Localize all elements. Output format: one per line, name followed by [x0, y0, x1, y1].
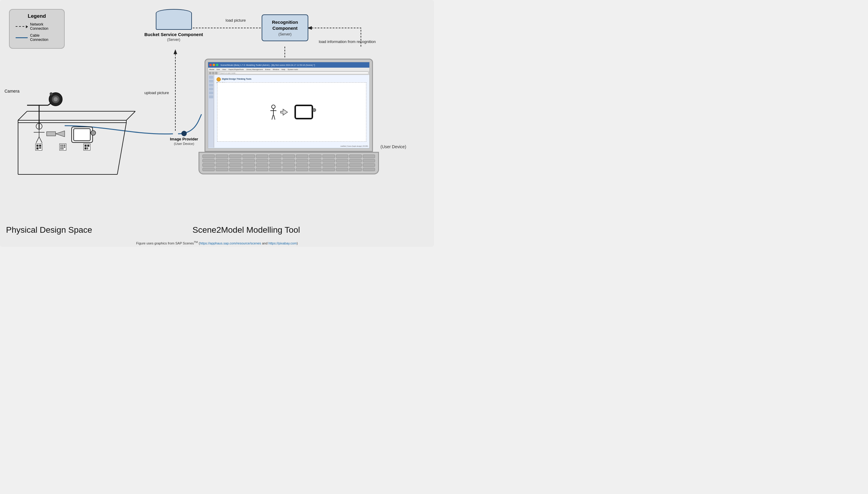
legend-cable-label: Cable Connection: [30, 33, 58, 42]
keyboard-key: [242, 159, 255, 163]
svg-line-15: [18, 111, 27, 120]
recognition-label: Recognition Component: [268, 19, 302, 31]
keyboard-key: [349, 159, 361, 163]
svg-rect-31: [36, 147, 38, 149]
svg-rect-25: [74, 129, 90, 141]
laptop-keyboard: // Generate keys via JS after DOMContent…: [199, 152, 379, 174]
keyboard-key: [336, 163, 348, 167]
svg-rect-35: [62, 145, 63, 146]
svg-rect-46: [87, 147, 88, 149]
svg-rect-11: [18, 120, 126, 123]
keyboard-key: [322, 163, 335, 167]
svg-point-9: [54, 97, 58, 101]
keyboard-key: [216, 163, 228, 167]
keyboard-key: [256, 168, 268, 171]
physical-design-space-label: Physical Design Space: [6, 225, 92, 235]
keyboard-key: [216, 159, 228, 163]
keyboard-key: [336, 168, 348, 171]
svg-rect-44: [87, 145, 89, 147]
keyboard-key: [242, 154, 255, 158]
load-picture-label: load picture: [226, 18, 246, 22]
close-dot: [209, 64, 212, 66]
svg-marker-47: [281, 109, 287, 115]
footer-connector: and: [262, 242, 267, 245]
svg-rect-36: [64, 145, 65, 146]
svg-line-12: [117, 123, 126, 174]
maximize-dot: [216, 64, 218, 66]
svg-rect-30: [39, 145, 41, 147]
screen-title: Scene2Model (Beta) 1.7.0: Modelling Tool…: [221, 64, 315, 66]
bucket-label: Bucket Service Component: [144, 32, 203, 38]
svg-line-21: [36, 137, 39, 143]
bucket-sublabel: (Server): [167, 38, 180, 42]
svg-line-16: [126, 111, 135, 120]
keyboard-key: [349, 163, 361, 167]
keyboard-key: [242, 168, 255, 171]
svg-rect-39: [64, 147, 65, 148]
screen-canvas: [217, 82, 366, 141]
image-provider-dot: [181, 131, 187, 136]
cable-connection-icon: [16, 37, 28, 38]
screen-sidebar: [208, 75, 214, 148]
keyboard-key: [336, 154, 348, 158]
keyboard-key: [309, 154, 322, 158]
footer-tm: TM: [194, 241, 198, 244]
keyboard-key: [269, 163, 282, 167]
keyboard-key: [203, 154, 215, 158]
svg-rect-37: [60, 147, 62, 148]
laptop-screen-inner: Scene2Model (Beta) 1.7.0: Modelling Tool…: [208, 62, 370, 149]
upload-picture-label: upload picture: [144, 90, 169, 96]
bucket-label-text: Bucket Service Component: [144, 32, 203, 37]
legend-network-label: Network Connection: [30, 22, 58, 31]
scene2model-label: Scene2Model Modelling Tool: [192, 225, 300, 235]
legend-box: Legend Network Connection Cable Connecti…: [9, 9, 65, 49]
keyboard-key: [309, 159, 322, 163]
svg-point-27: [91, 131, 96, 135]
keyboard-key: [309, 163, 322, 167]
legend-cable-item: Cable Connection: [16, 33, 58, 42]
svg-rect-34: [60, 145, 62, 146]
screen-toolbar: Scene2Model (Beta) 1.7.0: Modelling Tool…: [208, 62, 369, 68]
keyboard-key: [229, 163, 242, 167]
keyboard-key: [296, 159, 308, 163]
minimize-dot: [213, 64, 215, 66]
footer-link1[interactable]: https://apphaus.sap.com/resource/scenes: [200, 242, 261, 245]
keyboard-key: [203, 163, 215, 167]
svg-rect-41: [62, 148, 63, 149]
svg-rect-24: [46, 132, 56, 136]
legend-network-item: Network Connection: [16, 22, 58, 31]
svg-rect-40: [60, 148, 62, 149]
keyboard-key: [229, 168, 242, 171]
svg-rect-45: [84, 147, 87, 149]
screen-status: modified | Scene (haptic design) | 83.06…: [340, 145, 368, 147]
keyboard-key: [229, 159, 242, 163]
footer-link2[interactable]: https://pixabay.com: [269, 242, 297, 245]
footer: Figure uses graphics from SAP ScenesTM (…: [0, 241, 434, 245]
load-information-text: load information from recognition: [319, 39, 376, 44]
screen-inner-title: Digital Design Thinking Tools: [222, 78, 251, 80]
recognition-sublabel: (Server): [268, 32, 302, 36]
keyboard-key: [203, 159, 215, 163]
keyboard-key: [269, 154, 282, 158]
keyboard-key: [322, 168, 335, 171]
keyboard-key: [363, 159, 375, 163]
keyboard-key: [269, 168, 282, 171]
svg-rect-43: [84, 145, 87, 147]
keyboard-key: [296, 163, 308, 167]
bucket-component: Bucket Service Component (Server): [144, 9, 203, 42]
keyboard-key: [282, 163, 295, 167]
keyboard-key: [336, 159, 348, 163]
upload-picture-text: upload picture: [144, 91, 169, 95]
keyboard-key: [282, 168, 295, 171]
keyboard-key: [229, 154, 242, 158]
keyboard-key: [296, 154, 308, 158]
image-provider: Image Provider (User Device): [170, 131, 198, 146]
footer-text: Figure uses graphics from SAP Scenes: [136, 242, 194, 245]
keyboard-key: [256, 154, 268, 158]
keyboard-key: [349, 168, 361, 171]
keyboard-key: [309, 168, 322, 171]
legend-title: Legend: [16, 13, 58, 19]
keyboard-key: [322, 154, 335, 158]
cylinder-body: [156, 13, 192, 30]
keyboard-key: [363, 154, 375, 158]
